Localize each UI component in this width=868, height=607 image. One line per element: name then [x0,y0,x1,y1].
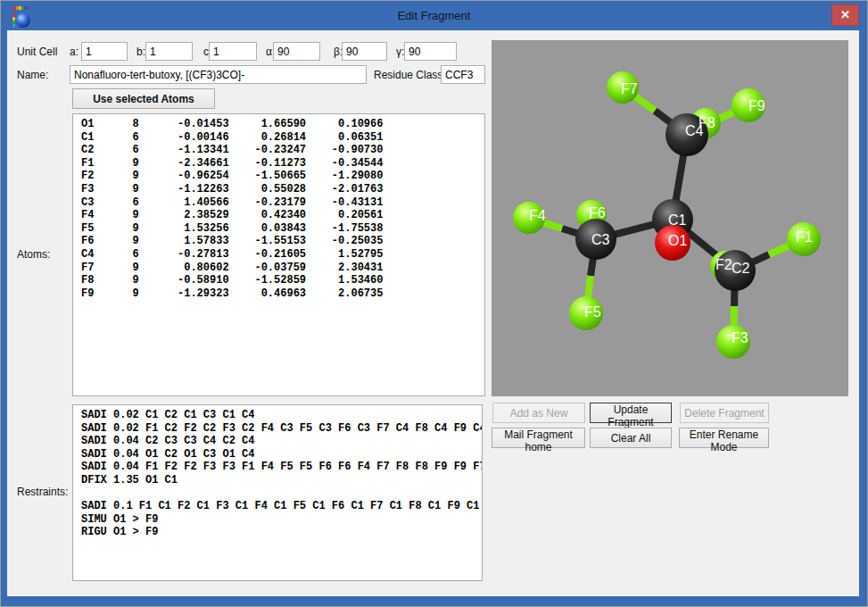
atom-label-F2: F2 [715,257,732,272]
atoms-label: Atoms: [17,248,50,261]
clear-all-button[interactable]: Clear All [590,428,672,448]
atom-label-C2: C2 [732,261,750,276]
unit-cell-a-input[interactable] [81,42,128,61]
unit-cell-b-label: b: [136,46,145,58]
name-input[interactable] [70,65,367,84]
molecule-viewer[interactable]: F7F9F8C4F4F6C3F5C1O1F2C2F1F3 [492,40,848,396]
atom-label-F5: F5 [584,304,601,320]
atom-label-C1: C1 [668,212,687,228]
atom-label-F7: F7 [621,81,638,96]
delete-fragment-button[interactable]: Delete Fragment [680,403,769,423]
name-label: Name: [17,69,48,81]
unit-cell-alpha-input[interactable] [273,42,320,61]
enter-rename-mode-button[interactable]: Enter Rename Mode [679,428,769,448]
atom-label-F9: F9 [748,98,765,113]
residue-class-label: Residue Class: [374,69,446,81]
update-fragment-button[interactable]: Update Fragment [590,403,672,423]
molecule-svg: F7F9F8C4F4F6C3F5C1O1F2C2F1F3 [492,40,848,396]
unit-cell-beta-input[interactable] [342,42,387,61]
close-button[interactable]: ✕ [831,4,859,26]
restraints-textarea[interactable]: SADI 0.02 C1 C2 C1 C3 C1 C4 SADI 0.02 F1… [72,404,483,581]
atom-label-F1: F1 [796,229,813,245]
atom-label-C3: C3 [591,232,610,247]
atom-label-C4: C4 [685,123,704,138]
unit-cell-b-input[interactable] [145,42,193,61]
unit-cell-gamma-label: γ: [396,46,404,58]
atom-label-F4: F4 [529,208,546,223]
window-title: Edit Fragment [1,9,867,22]
unit-cell-gamma-input[interactable] [404,42,457,61]
atoms-textarea[interactable]: O1 8 -0.01453 1.66590 0.10966 C1 6 -0.00… [72,113,485,396]
atom-label-F6: F6 [589,205,606,220]
unit-cell-a-label: a: [70,46,79,58]
unit-cell-section-label: Unit Cell [17,46,57,58]
add-as-new-button[interactable]: Add as New [492,403,585,423]
atom-label-F3: F3 [732,330,748,345]
restraints-label: Restraints: [17,486,68,498]
mail-fragment-home-button[interactable]: Mail Fragment home [492,428,585,448]
close-icon: ✕ [840,8,850,21]
unit-cell-c-input[interactable] [209,42,257,61]
residue-class-input[interactable] [441,65,485,84]
edit-fragment-window: Edit Fragment ✕ Unit Cell a: b: c: α: β:… [0,0,868,607]
atom-label-O1: O1 [668,233,687,248]
use-selected-atoms-button[interactable]: Use selected Atoms [72,88,215,109]
title-bar[interactable]: Edit Fragment ✕ [1,1,867,30]
